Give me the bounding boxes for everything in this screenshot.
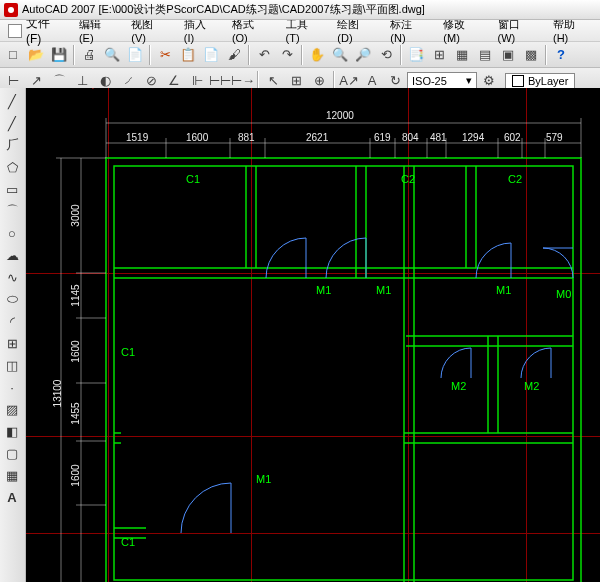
dim-804: 804 [402, 132, 419, 143]
undo-button[interactable]: ↶ [253, 44, 275, 66]
label-m1d: M1 [256, 473, 271, 485]
dim-v1600b: 1600 [70, 464, 81, 486]
design-center-button[interactable]: ⊞ [428, 44, 450, 66]
menu-window[interactable]: 窗口(W) [490, 17, 545, 44]
color-swatch [512, 75, 524, 87]
app-icon [4, 3, 18, 17]
dim-1600a: 1600 [186, 132, 208, 143]
color-value: ByLayer [528, 75, 568, 87]
arc-button[interactable]: ⌒ [0, 200, 24, 222]
cut-button[interactable]: ✂ [154, 44, 176, 66]
hatch-button[interactable]: ▨ [0, 398, 24, 420]
label-c2a: C2 [401, 173, 415, 185]
help-button[interactable]: ? [550, 44, 572, 66]
label-m1c: M1 [496, 284, 511, 296]
polyline-button[interactable]: ⺁ [0, 134, 24, 156]
polygon-button[interactable]: ⬠ [0, 156, 24, 178]
zoom-previous-button[interactable]: ⟲ [375, 44, 397, 66]
region-button[interactable]: ▢ [0, 442, 24, 464]
gradient-button[interactable]: ◧ [0, 420, 24, 442]
line-button[interactable]: ╱ [0, 90, 24, 112]
dim-881: 881 [238, 132, 255, 143]
label-c2b: C2 [508, 173, 522, 185]
xline-button[interactable]: ╱ [0, 112, 24, 134]
circle-button[interactable]: ○ [0, 222, 24, 244]
menu-format[interactable]: 格式(O) [224, 17, 278, 44]
menu-insert[interactable]: 插入(I) [176, 17, 224, 44]
copy-button[interactable]: 📋 [177, 44, 199, 66]
dim-1519: 1519 [126, 132, 148, 143]
label-c1a: C1 [186, 173, 200, 185]
menu-dim[interactable]: 标注(N) [382, 17, 435, 44]
pan-button[interactable]: ✋ [306, 44, 328, 66]
menu-bar: 文件(F) 编辑(E) 视图(V) 插入(I) 格式(O) 工具(T) 绘图(D… [0, 20, 600, 42]
title-text: AutoCAD 2007 [E:\000设计类PScorCAD\CAD练习题\C… [22, 2, 425, 17]
mtext-button[interactable]: A [0, 486, 24, 508]
title-bar: AutoCAD 2007 [E:\000设计类PScorCAD\CAD练习题\C… [0, 0, 600, 20]
qcalc-button[interactable]: ▩ [520, 44, 542, 66]
dim-1294: 1294 [462, 132, 484, 143]
tool-palettes-button[interactable]: ▦ [451, 44, 473, 66]
dim-style-value: ISO-25 [412, 75, 447, 87]
workspace: ╱ ╱ ⺁ ⬠ ▭ ⌒ ○ ☁ ∿ ⬭ ◜ ⊞ ◫ · ▨ ◧ ▢ ▦ A [0, 88, 600, 582]
menu-edit[interactable]: 编辑(E) [71, 17, 123, 44]
zoom-realtime-button[interactable]: 🔍 [329, 44, 351, 66]
dim-style-select[interactable]: ISO-25 ▾ [407, 72, 477, 89]
zoom-window-button[interactable]: 🔎 [352, 44, 374, 66]
rectangle-button[interactable]: ▭ [0, 178, 24, 200]
dim-v1600a: 1600 [70, 340, 81, 362]
paste-button[interactable]: 📄 [200, 44, 222, 66]
revcloud-button[interactable]: ☁ [0, 244, 24, 266]
label-m1b: M1 [376, 284, 391, 296]
color-control[interactable]: ByLayer [505, 73, 575, 89]
menu-help[interactable]: 帮助(H) [545, 17, 598, 44]
toolbar-draw: ╱ ╱ ⺁ ⬠ ▭ ⌒ ○ ☁ ∿ ⬭ ◜ ⊞ ◫ · ▨ ◧ ▢ ▦ A [0, 88, 26, 582]
ellipse-button[interactable]: ⬭ [0, 288, 24, 310]
dim-602: 602 [504, 132, 521, 143]
save-button[interactable]: 💾 [48, 44, 70, 66]
open-button[interactable]: 📂 [25, 44, 47, 66]
dim-v1455: 1455 [70, 402, 81, 424]
toolbar-standard: □ 📂 💾 🖨 🔍 📄 ✂ 📋 📄 🖌 ↶ ↷ ✋ 🔍 🔎 ⟲ 📑 ⊞ ▦ ▤ … [0, 42, 600, 68]
new-file-button[interactable]: □ [2, 44, 24, 66]
dim-v1145: 1145 [70, 284, 81, 306]
menu-draw[interactable]: 绘图(D) [329, 17, 382, 44]
menu-modify[interactable]: 修改(M) [435, 17, 489, 44]
properties-button[interactable]: 📑 [405, 44, 427, 66]
make-block-button[interactable]: ◫ [0, 354, 24, 376]
dim-579: 579 [546, 132, 563, 143]
dim-619: 619 [374, 132, 391, 143]
app-name: AutoCAD 2007 [22, 3, 95, 15]
label-m1a: M1 [316, 284, 331, 296]
label-c1b: C1 [121, 346, 135, 358]
drawing-canvas[interactable]: 12000 1519 1600 881 2621 619 804 481 129… [26, 88, 600, 582]
print-button[interactable]: 🖨 [78, 44, 100, 66]
dim-481: 481 [430, 132, 447, 143]
dim-overall-width: 12000 [326, 110, 354, 121]
label-m0: M0 [556, 288, 571, 300]
file-path: [E:\000设计类PScorCAD\CAD练习题\CAD2007练习题\平面图… [98, 3, 424, 15]
svg-rect-0 [106, 158, 581, 582]
preview-button[interactable]: 🔍 [101, 44, 123, 66]
match-properties-button[interactable]: 🖌 [223, 44, 245, 66]
label-m2b: M2 [524, 380, 539, 392]
table-button[interactable]: ▦ [0, 464, 24, 486]
publish-button[interactable]: 📄 [124, 44, 146, 66]
point-button[interactable]: · [0, 376, 24, 398]
menu-tools[interactable]: 工具(T) [278, 17, 330, 44]
label-c1c: C1 [121, 536, 135, 548]
menu-view[interactable]: 视图(V) [123, 17, 175, 44]
redo-button[interactable]: ↷ [276, 44, 298, 66]
sheet-set-button[interactable]: ▤ [474, 44, 496, 66]
label-m2a: M2 [451, 380, 466, 392]
file-icon [8, 24, 22, 38]
chevron-down-icon: ▾ [466, 74, 472, 87]
markup-button[interactable]: ▣ [497, 44, 519, 66]
floorplan-svg [26, 88, 600, 582]
ellipse-arc-button[interactable]: ◜ [0, 310, 24, 332]
dim-overall-height: 13100 [52, 380, 63, 408]
dim-v3000: 3000 [70, 204, 81, 226]
dim-2621: 2621 [306, 132, 328, 143]
insert-block-button[interactable]: ⊞ [0, 332, 24, 354]
spline-button[interactable]: ∿ [0, 266, 24, 288]
